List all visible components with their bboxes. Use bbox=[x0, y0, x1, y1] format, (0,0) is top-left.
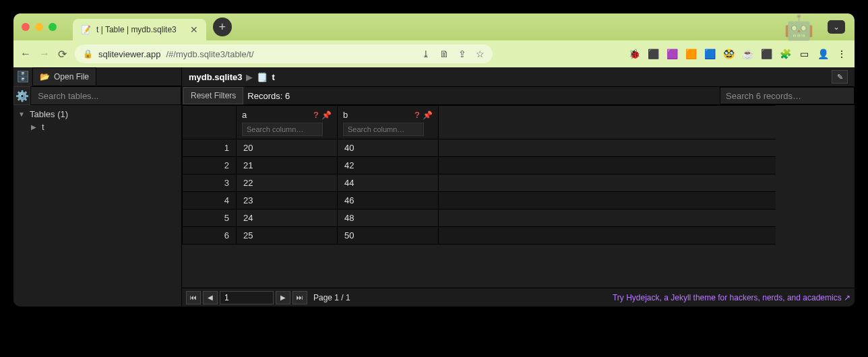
open-file-label: Open File bbox=[54, 72, 89, 82]
pager-next-button[interactable]: ▶ bbox=[276, 291, 290, 304]
sidebar-top: 🗄️ 📂 Open File bbox=[13, 67, 181, 86]
extension-icon[interactable]: 🥸 bbox=[722, 48, 735, 60]
row-number-cell: 1 bbox=[183, 139, 237, 157]
browser-window: 📝 t | Table | mydb.sqlite3 ✕ + 🤖 ⌄ ← → ⟳… bbox=[13, 13, 855, 306]
browser-menu-icon[interactable]: ⋮ bbox=[836, 48, 848, 60]
extension-icon[interactable]: ⬛ bbox=[647, 48, 659, 60]
row-number-cell: 2 bbox=[183, 157, 237, 174]
extension-icon[interactable]: 🟦 bbox=[704, 48, 716, 60]
extension-icon[interactable]: ▭ bbox=[798, 48, 810, 60]
pin-icon[interactable]: 📌 bbox=[321, 110, 332, 120]
window-close-button[interactable] bbox=[22, 23, 30, 31]
chevron-down-icon: ▼ bbox=[18, 110, 26, 118]
table-icon: 🗒️ bbox=[257, 72, 268, 82]
breadcrumb: mydb.sqlite3 ▶ 🗒️ t ✎ bbox=[182, 67, 855, 86]
install-app-icon[interactable]: ⤓ bbox=[422, 48, 430, 59]
page-icon[interactable]: 🗎 bbox=[439, 48, 449, 59]
main: mydb.sqlite3 ▶ 🗒️ t ✎ Reset Filters Reco… bbox=[182, 67, 855, 306]
extensions-puzzle-icon[interactable]: 🧩 bbox=[779, 48, 791, 60]
tab-close-icon[interactable]: ✕ bbox=[190, 25, 198, 34]
reset-filters-button[interactable]: Reset Filters bbox=[183, 87, 243, 104]
table-row[interactable]: 62550 bbox=[183, 227, 776, 245]
table-row[interactable]: 32244 bbox=[183, 174, 776, 192]
cell[interactable]: 42 bbox=[338, 157, 439, 174]
cell[interactable]: 20 bbox=[237, 139, 338, 157]
address-input-wrapper[interactable]: 🔒 sqliteviewer.app/#/mydb.sqlite3/table/… bbox=[75, 44, 493, 63]
table-toolbar: Reset Filters Records: 6 bbox=[182, 86, 855, 105]
omnibox-actions: ⤓ 🗎 ⇪ ☆ bbox=[422, 48, 485, 59]
cell[interactable]: 40 bbox=[338, 139, 439, 157]
cell[interactable]: 44 bbox=[338, 174, 439, 192]
edit-toggle-button[interactable]: ✎ bbox=[832, 70, 848, 84]
cell-filler bbox=[439, 157, 776, 174]
column-search-input[interactable] bbox=[343, 123, 424, 136]
records-count: Records: 6 bbox=[247, 91, 290, 101]
cell[interactable]: 24 bbox=[237, 209, 338, 227]
extension-icon[interactable]: ⬛ bbox=[760, 48, 772, 60]
nav-forward-button[interactable]: → bbox=[39, 48, 50, 60]
breadcrumb-db: mydb.sqlite3 bbox=[189, 72, 242, 82]
column-filler bbox=[439, 106, 776, 139]
tree-item-label: t bbox=[42, 122, 44, 132]
tab-overflow-button[interactable]: ⌄ bbox=[828, 20, 845, 34]
column-search-input[interactable] bbox=[242, 123, 323, 136]
cell-filler bbox=[439, 192, 776, 209]
nav-back-button[interactable]: ← bbox=[20, 48, 31, 60]
open-file-button[interactable]: 📂 Open File bbox=[32, 67, 96, 86]
cell[interactable]: 48 bbox=[338, 209, 439, 227]
chevron-right-icon: ▶ bbox=[30, 123, 38, 131]
nullable-icon[interactable]: ? bbox=[414, 110, 420, 120]
cell[interactable]: 46 bbox=[338, 192, 439, 209]
lock-icon: 🔒 bbox=[83, 49, 93, 59]
url-host: sqliteviewer.app bbox=[98, 49, 161, 59]
share-icon[interactable]: ⇪ bbox=[458, 48, 466, 59]
search-records-input[interactable] bbox=[720, 87, 855, 104]
nav-reload-button[interactable]: ⟳ bbox=[58, 48, 67, 61]
table-row[interactable]: 22142 bbox=[183, 157, 776, 174]
extension-icon[interactable]: 🟪 bbox=[666, 48, 678, 60]
pager-last-button[interactable]: ⏭ bbox=[292, 291, 307, 304]
cell[interactable]: 21 bbox=[237, 157, 338, 174]
row-number-cell: 3 bbox=[183, 174, 237, 192]
nullable-icon[interactable]: ? bbox=[313, 110, 319, 120]
promo-link-wrapper: Try Hydejack, a Jekyll theme for hackers… bbox=[613, 293, 850, 302]
cell[interactable]: 50 bbox=[338, 227, 439, 245]
tree-item[interactable]: ▶ t bbox=[18, 121, 177, 133]
extension-icon[interactable]: ☕ bbox=[741, 48, 753, 60]
profile-avatar-icon[interactable]: 👤 bbox=[817, 48, 829, 60]
pin-icon[interactable]: 📌 bbox=[423, 110, 433, 120]
row-number-header bbox=[183, 106, 237, 139]
pager-prev-button[interactable]: ◀ bbox=[203, 291, 218, 304]
tab-favicon: 📝 bbox=[81, 25, 91, 34]
tree-header-label: Tables (1) bbox=[30, 109, 68, 119]
cell[interactable]: 23 bbox=[237, 192, 338, 209]
table-row[interactable]: 42346 bbox=[183, 192, 776, 209]
cell[interactable]: 25 bbox=[237, 227, 338, 245]
breadcrumb-sep-icon: ▶ bbox=[246, 72, 253, 82]
bookmark-icon[interactable]: ☆ bbox=[476, 48, 485, 59]
browser-tab[interactable]: 📝 t | Table | mydb.sqlite3 ✕ bbox=[73, 19, 206, 40]
cell[interactable]: 22 bbox=[237, 174, 338, 192]
table-row[interactable]: 12040 bbox=[183, 139, 776, 157]
new-tab-button[interactable]: + bbox=[213, 18, 232, 36]
window-minimize-button[interactable] bbox=[35, 23, 43, 31]
android-deco-icon: 🤖 bbox=[784, 13, 814, 42]
extension-icon[interactable]: 🟧 bbox=[685, 48, 697, 60]
cell-filler bbox=[439, 227, 776, 245]
column-header[interactable]: a ? 📌 bbox=[237, 106, 338, 139]
page-info: Page 1 / 1 bbox=[313, 293, 350, 302]
extension-icon[interactable]: 🐞 bbox=[628, 48, 640, 60]
tree-header[interactable]: ▼ Tables (1) bbox=[18, 108, 177, 121]
page-number-input[interactable] bbox=[220, 291, 274, 304]
table-row[interactable]: 52448 bbox=[183, 209, 776, 227]
app-logo-icon[interactable]: 🗄️ bbox=[13, 67, 32, 86]
window-maximize-button[interactable] bbox=[49, 23, 57, 31]
app-root: 🗄️ 📂 Open File ⚙️ ▼ Tables (1) ▶ t bbox=[13, 67, 855, 306]
promo-link[interactable]: Try Hydejack, a Jekyll theme for hackers… bbox=[613, 293, 850, 302]
column-header[interactable]: b ? 📌 bbox=[338, 106, 439, 139]
search-tables-input[interactable] bbox=[30, 86, 181, 105]
pager-first-button[interactable]: ⏮ bbox=[186, 291, 201, 304]
extension-manager-icon[interactable]: ⚙️ bbox=[13, 86, 30, 105]
breadcrumb-table: t bbox=[272, 72, 274, 82]
column-name: a bbox=[242, 110, 313, 120]
